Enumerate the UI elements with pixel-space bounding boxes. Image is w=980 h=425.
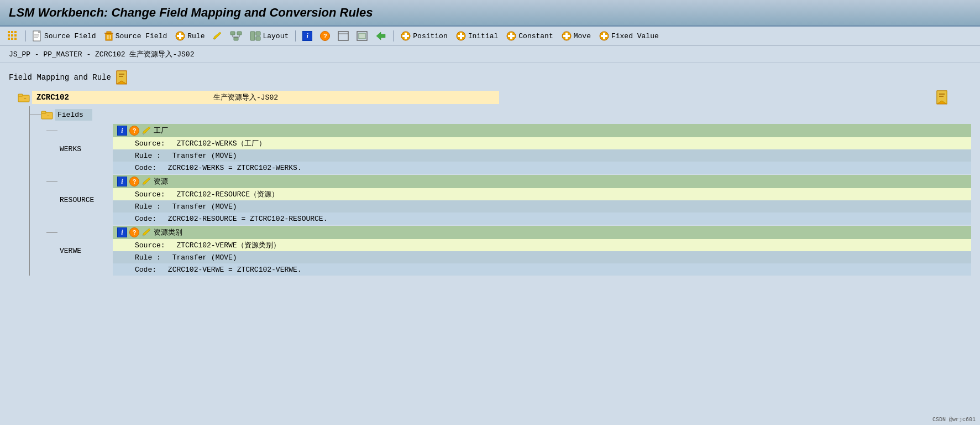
toolbar-rule[interactable]: Rule (172, 29, 207, 43)
toolbar-position[interactable]: Position (398, 29, 449, 43)
svg-rect-42 (402, 35, 409, 37)
svg-rect-34 (256, 37, 260, 40)
resource-source-prefix: Source: (135, 190, 165, 199)
tree-icon (230, 31, 242, 41)
toolbar: Source Field Source Field Rule (0, 27, 980, 46)
zcrc102-description: 生产资源导入-JS02 (213, 92, 278, 102)
toolbar-fixed-value[interactable]: Fixed Value (596, 29, 661, 43)
zcrc102-row-bg[interactable]: ZCRC102 生产资源导入-JS02 (32, 91, 499, 104)
werks-header-label: 工厂 (154, 126, 168, 136)
svg-marker-73 (143, 229, 150, 235)
svg-rect-60 (18, 94, 23, 96)
werks-code-row: Code: ZCRC102-WERKS = ZTCRC102-WERKS. (113, 162, 971, 174)
folder-icon-zcrc102: − (18, 92, 30, 102)
svg-rect-5 (14, 34, 17, 37)
werks-source-prefix: Source: (135, 139, 165, 148)
resource-source-value: ZTCRC102-RESOURCE（资源） (169, 190, 279, 199)
verwe-pencil-icon[interactable] (142, 227, 151, 237)
werks-source-value: ZTCRC102-WERKS（工厂） (169, 139, 265, 148)
doc-icon (33, 30, 43, 42)
resource-q-icon[interactable]: ? (129, 177, 139, 186)
verwe-info-icon[interactable]: i (117, 227, 127, 237)
svg-text:−: − (47, 113, 50, 118)
verwe-name: VERWE (57, 226, 113, 276)
toolbar-tree[interactable] (228, 30, 244, 42)
verwe-code-prefix: Code: (135, 266, 156, 274)
field-resource-content: RESOURCE i ? 资源 (57, 175, 971, 225)
zcrc102-name: ZCRC102 (36, 93, 147, 102)
verwe-q-icon[interactable]: ? (129, 227, 139, 237)
field-verwe: VERWE i ? 资源类别 (30, 226, 971, 276)
toolbar-move[interactable]: Move (559, 29, 593, 43)
source-field-2-label: Source Field (116, 32, 167, 40)
werks-code-prefix: Code: (135, 164, 156, 172)
svg-rect-3 (8, 34, 10, 37)
toolbar-grid-icon[interactable] (4, 29, 21, 43)
rule-icon (175, 30, 186, 42)
tree-vline-fields-children (23, 123, 30, 276)
svg-rect-33 (256, 32, 260, 35)
svg-line-74 (143, 235, 144, 236)
svg-marker-10 (38, 31, 40, 33)
toolbar-box1[interactable] (336, 30, 351, 42)
resource-header-label: 资源 (154, 177, 168, 186)
move-icon (561, 30, 572, 42)
toolbar-arrow[interactable] (373, 30, 389, 42)
layout-icon (250, 31, 261, 41)
breadcrumb: JS_PP - PP_MASTER - ZCRC102 生产资源导入-JS02 (0, 46, 980, 63)
svg-rect-16 (107, 32, 111, 33)
field-werks-content: WERKS i ? 工厂 (57, 124, 971, 174)
toolbar-help[interactable]: ? (318, 30, 332, 42)
trash-icon (104, 30, 114, 42)
werks-q-icon[interactable]: ? (129, 126, 139, 136)
verwe-rule-row: Rule : Transfer (MOVE) (113, 251, 971, 263)
werks-code-value: ZCRC102-WERKS = ZTCRC102-WERKS. (161, 164, 302, 172)
werks-info-icon[interactable]: i (117, 126, 127, 136)
fields-label: Fields (57, 111, 83, 119)
toolbar-info[interactable]: i (300, 30, 315, 42)
svg-rect-27 (234, 37, 238, 40)
svg-marker-39 (376, 32, 385, 40)
werks-detail: i ? 工厂 Source: (113, 124, 971, 174)
toolbar-initial[interactable]: Initial (453, 29, 501, 43)
verwe-header-label: 资源类别 (154, 227, 182, 237)
toolbar-source-field-2[interactable]: Source Field (102, 29, 170, 43)
werks-source-row: Source: ZTCRC102-WERKS（工厂） (113, 137, 971, 149)
toolbar-constant[interactable]: Constant (504, 29, 555, 43)
resource-detail: i ? 资源 Source: (113, 175, 971, 225)
svg-marker-69 (143, 127, 150, 133)
svg-line-24 (213, 39, 214, 40)
watermark-text: CSDN @wrjc601 (932, 417, 976, 423)
resource-pencil-icon[interactable] (142, 177, 151, 186)
constant-label: Constant (518, 32, 553, 40)
werks-name: WERKS (57, 124, 113, 174)
svg-rect-0 (8, 31, 10, 33)
svg-line-72 (143, 184, 144, 185)
tree-area: − ZCRC102 生产资源导入-JS02 (9, 87, 971, 278)
svg-rect-2 (14, 31, 17, 33)
toolbar-box2[interactable] (354, 30, 370, 42)
arrow-icon (375, 31, 386, 41)
resource-code-row: Code: ZCRC102-RESOURCE = ZTCRC102-RESOUR… (113, 212, 971, 225)
page-title: LSM Workbench: Change Field Mapping and … (9, 6, 971, 20)
svg-rect-51 (563, 35, 570, 37)
toolbar-edit[interactable] (210, 30, 224, 42)
section-title: Field Mapping and Rule (9, 73, 111, 82)
layout-label: Layout (263, 32, 289, 40)
toolbar-source-field-1[interactable]: Source Field (30, 29, 98, 43)
pencil-icon (212, 31, 222, 41)
resource-rule-row: Rule : Transfer (MOVE) (113, 200, 971, 212)
box2-icon (357, 31, 368, 41)
svg-rect-4 (11, 34, 13, 37)
fields-row-bg[interactable]: Fields (55, 109, 92, 121)
constant-icon (506, 30, 517, 42)
resource-name: RESOURCE (57, 175, 113, 225)
svg-rect-26 (237, 32, 242, 35)
werks-pencil-icon[interactable] (142, 126, 151, 136)
svg-rect-48 (508, 35, 515, 37)
move-label: Move (574, 32, 591, 40)
resource-info-icon[interactable]: i (117, 177, 127, 186)
toolbar-layout[interactable]: Layout (248, 30, 291, 42)
verwe-detail: i ? 资源类别 Source: (113, 226, 971, 276)
svg-rect-67 (41, 111, 46, 113)
